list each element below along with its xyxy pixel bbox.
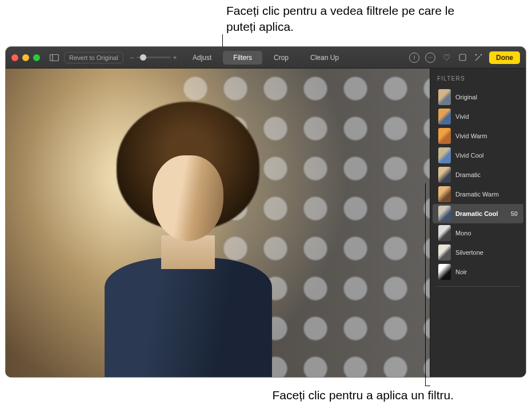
zoom-in-icon: + [173, 54, 177, 62]
maximize-button[interactable] [33, 54, 40, 61]
filter-vivid[interactable]: Vivid [433, 107, 523, 126]
callout-top: Faceți clic pentru a vedea filtrele pe c… [226, 3, 472, 35]
sidebar-toggle-icon[interactable] [49, 53, 59, 63]
favorite-icon[interactable]: ♡ [441, 53, 451, 63]
zoom-slider[interactable]: − + [130, 54, 177, 62]
filter-value: 50 [511, 210, 518, 217]
filter-label: Dramatic Cool [455, 210, 498, 217]
more-icon[interactable]: ··· [425, 53, 435, 63]
window-controls [11, 54, 40, 61]
edit-tabs: Adjust Filters Crop Clean Up [182, 51, 349, 65]
filter-label: Vivid Cool [455, 152, 483, 159]
filter-label: Vivid Warm [455, 133, 487, 139]
filter-label: Mono [455, 230, 471, 236]
close-button[interactable] [11, 54, 18, 61]
filter-thumb-icon [438, 109, 451, 125]
svg-rect-2 [459, 54, 466, 61]
filter-silvertone[interactable]: Silvertone [433, 243, 523, 262]
filter-mono[interactable]: Mono [433, 223, 523, 243]
svg-rect-0 [50, 54, 59, 61]
filter-thumb-icon [438, 167, 451, 183]
done-button[interactable]: Done [489, 51, 520, 64]
filter-noir[interactable]: Noir [433, 262, 523, 282]
filter-thumb-icon [438, 186, 451, 202]
minimize-button[interactable] [22, 54, 29, 61]
tab-adjust[interactable]: Adjust [182, 51, 222, 65]
filter-label: Dramatic [455, 171, 481, 178]
tab-cleanup[interactable]: Clean Up [300, 51, 349, 65]
filter-thumb-icon [438, 147, 451, 163]
filter-label: Noir [455, 268, 467, 275]
filter-thumb-icon [438, 244, 451, 260]
filter-dramatic-warm[interactable]: Dramatic Warm [433, 185, 523, 204]
revert-button[interactable]: Revert to Original [64, 52, 123, 63]
zoom-track[interactable] [137, 57, 171, 58]
filter-thumb-icon [438, 206, 451, 222]
info-icon[interactable]: i [409, 53, 419, 63]
filter-thumb-icon [438, 225, 451, 241]
tab-crop[interactable]: Crop [263, 51, 299, 65]
auto-enhance-icon[interactable] [473, 53, 483, 63]
filter-dramatic[interactable]: Dramatic [433, 165, 523, 185]
content-area: FILTERS Original Vivid Vivid Warm Vivid … [6, 69, 526, 377]
photo [6, 69, 430, 377]
app-window: Revert to Original − + Adjust Filters Cr… [6, 47, 526, 377]
filter-label: Silvertone [455, 249, 483, 256]
titlebar: Revert to Original − + Adjust Filters Cr… [6, 47, 526, 69]
filter-vivid-cool[interactable]: Vivid Cool [433, 146, 523, 165]
rotate-icon[interactable] [457, 53, 467, 63]
tab-filters[interactable]: Filters [223, 51, 262, 65]
filter-thumb-icon [438, 89, 451, 105]
filter-vivid-warm[interactable]: Vivid Warm [433, 126, 523, 146]
callout-bottom: Faceți clic pentru a aplica un filtru. [225, 387, 454, 403]
filter-original[interactable]: Original [433, 87, 523, 107]
filter-dramatic-cool[interactable]: Dramatic Cool 50 [433, 204, 523, 223]
filter-label: Original [455, 94, 477, 101]
separator [436, 286, 520, 287]
filter-label: Dramatic Warm [455, 191, 499, 198]
filter-thumb-icon [438, 264, 451, 280]
sidebar-title: FILTERS [430, 73, 526, 87]
filter-thumb-icon [438, 128, 451, 144]
titlebar-right: i ··· ♡ Done [409, 51, 520, 64]
filters-sidebar: FILTERS Original Vivid Vivid Warm Vivid … [430, 69, 526, 377]
zoom-out-icon: − [130, 54, 134, 62]
photo-canvas[interactable] [6, 69, 430, 377]
zoom-thumb[interactable] [140, 54, 146, 61]
filter-label: Vivid [455, 113, 469, 120]
